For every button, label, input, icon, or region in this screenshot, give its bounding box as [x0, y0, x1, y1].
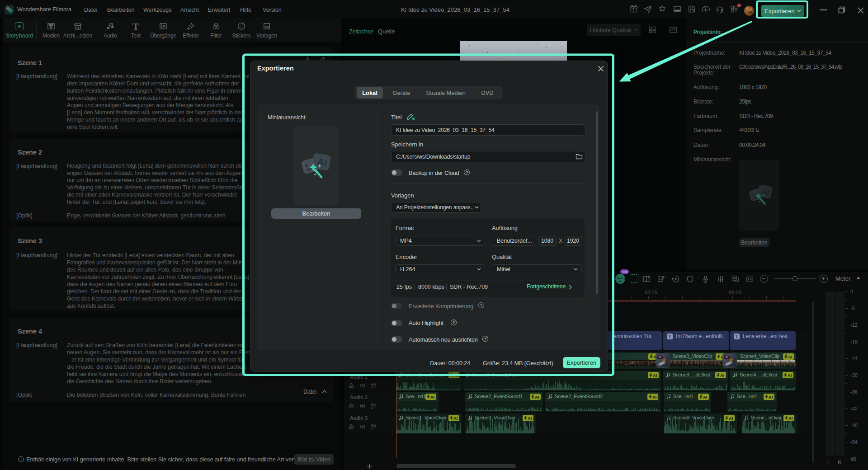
svg-text:AI: AI — [412, 117, 415, 120]
svg-text:AI: AI — [761, 187, 770, 197]
